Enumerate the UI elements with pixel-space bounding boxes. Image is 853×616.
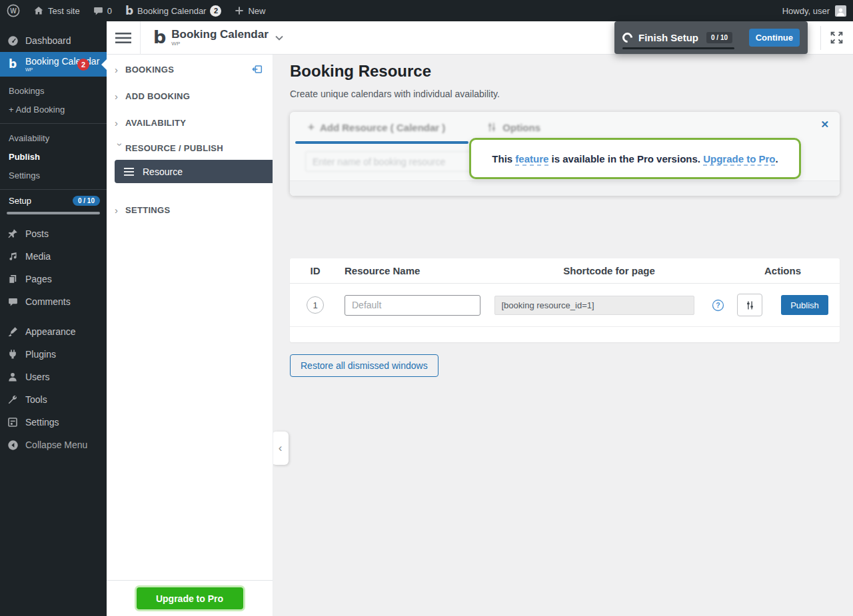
admin-bar-site-name[interactable]: Test site [27,0,87,21]
section-add-booking-label: ADD BOOKING [125,91,190,101]
sidebar-item-comments[interactable]: Comments [0,290,107,313]
collapse-menu-button[interactable]: Collapse Menu [0,434,107,456]
header-id: ID [290,265,341,276]
sidebar-item-posts[interactable]: Posts [0,222,107,245]
posts-icon [6,228,19,239]
sidebar-footer: Upgrade to Pro [107,580,273,616]
dashboard-icon [6,35,19,47]
resources-table: ID Resource Name Shortcode for page Acti… [290,258,840,342]
admin-bar-new[interactable]: New [228,0,272,21]
main-content: Booking Resource Create unique calendars… [273,55,853,616]
publish-button[interactable]: Publish [781,295,828,315]
avatar[interactable] [835,5,846,17]
sidebar-item-settings[interactable]: Settings [0,411,107,434]
resource-row-name-input[interactable] [345,295,480,316]
section-settings-label: SETTINGS [125,205,170,215]
upgrade-to-pro-link[interactable]: Upgrade to Pro [703,153,775,166]
users-label: Users [25,372,50,382]
setup-progress-bar [7,212,100,214]
sidebar-item-media[interactable]: Media [0,245,107,268]
menu-toggle-icon[interactable] [115,32,131,44]
header-actions: Actions [726,265,840,276]
settings-icon [6,417,19,428]
sidebar-item-appearance[interactable]: Appearance [0,320,107,343]
booking-calendar-logo-icon: b [6,59,19,70]
plus-icon [235,6,244,15]
section-settings[interactable]: › SETTINGS [107,196,273,223]
dock-panel-icon[interactable] [251,63,263,75]
setup-label: Setup [9,196,31,206]
toast-title: Finish Setup [638,32,698,43]
toast-progress-badge: 0 / 10 [706,32,732,43]
active-tab-indicator [295,141,468,144]
notification-badge: 2 [77,59,89,71]
restore-dismissed-windows-button[interactable]: Restore all dismissed windows [290,354,438,377]
new-label: New [248,6,265,16]
booking-calendar-logo-icon: b [153,29,166,45]
sidebar-item-plugins[interactable]: Plugins [0,343,107,366]
section-add-booking[interactable]: › ADD BOOKING [107,83,273,109]
section-availability[interactable]: › AVAILABILITY [107,109,273,136]
section-bookings-label: BOOKINGS [125,65,174,75]
submenu-item-setup[interactable]: Setup 0 / 10 [0,194,107,206]
comment-icon [93,6,103,16]
booking-calendar-logo-icon: b [125,5,133,17]
chevron-right-icon: › [115,117,125,129]
comments-label: Comments [25,296,71,307]
admin-bar: W Test site 0 b Booking Calendar 2 New H… [0,0,853,21]
sidebar-item-tools[interactable]: Tools [0,388,107,411]
chevron-down-icon[interactable] [275,35,284,41]
page-title: Booking Resource [290,61,840,81]
admin-bar-comments[interactable]: 0 [87,0,119,21]
settings-label: Settings [25,417,59,428]
help-icon[interactable]: ? [712,299,724,312]
shortcode-field[interactable] [494,296,694,315]
page-subtitle: Create unique calendars with individual … [290,89,840,99]
plugin-title: Booking Calendar [171,29,268,41]
continue-button[interactable]: Continue [749,29,800,47]
collapse-icon [6,440,19,451]
sidebar-item-users[interactable]: Users [0,366,107,388]
table-footer [290,327,840,342]
svg-text:?: ? [716,302,720,309]
sidebar-item-resource[interactable]: Resource [115,160,273,183]
submenu-item-availability[interactable]: Availability [0,129,107,147]
progress-ring-icon [620,31,634,45]
admin-bar-booking-calendar[interactable]: b Booking Calendar 2 [119,0,229,21]
sidebar-collapse-handle[interactable]: ‹ [272,432,289,465]
wordpress-logo-icon: W [7,4,20,17]
section-availability-label: AVAILABILITY [125,118,186,128]
section-resource-publish[interactable]: › RESOURCE / PUBLISH [107,136,273,160]
users-icon [6,372,19,382]
row-options-button[interactable] [737,294,762,316]
wp-admin-menu: Dashboard b Booking Calendar WP 2 Bookin… [0,21,107,616]
dashboard-label: Dashboard [25,35,71,46]
header-shortcode: Shortcode for page [492,265,726,276]
upgrade-to-pro-button[interactable]: Upgrade to Pro [137,587,243,609]
fullscreen-icon[interactable] [830,31,844,45]
sidebar-item-pages[interactable]: Pages [0,268,107,290]
plugins-label: Plugins [25,349,56,360]
svg-text:W: W [10,7,17,15]
sidebar-item-dashboard[interactable]: Dashboard [0,29,107,52]
submenu-item-publish[interactable]: Publish [0,147,107,166]
plugins-icon [6,349,19,360]
appearance-icon [6,326,19,337]
submenu-divider [0,189,107,190]
resource-id-badge: 1 [307,296,324,314]
howdy-label[interactable]: Howdy, user [782,6,830,16]
sidebar-item-booking-calendar[interactable]: b Booking Calendar WP 2 [0,52,107,77]
submenu-item-settings[interactable]: Settings [0,166,107,184]
submenu-item-add-booking[interactable]: + Add Booking [0,100,107,119]
booking-calendar-label: Booking Calendar [137,6,206,16]
section-bookings[interactable]: › BOOKINGS [107,56,273,83]
submenu-item-bookings[interactable]: Bookings [0,81,107,100]
close-icon[interactable]: ✕ [820,119,829,131]
site-name-label: Test site [48,6,80,16]
table-row: 1 ? Publish [290,284,840,327]
feature-link[interactable]: feature [515,153,548,166]
wp-logo-menu[interactable]: W [0,0,27,21]
home-icon [33,5,44,16]
popover-text: This [492,153,515,164]
header-resource-name: Resource Name [341,265,492,276]
